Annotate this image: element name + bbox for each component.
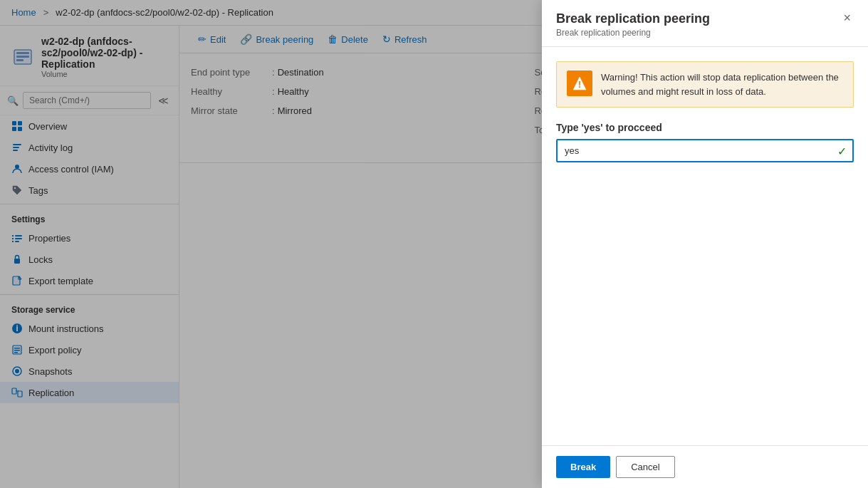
panel-body: ! Warning! This action will stop data re…: [542, 47, 868, 445]
break-replication-panel: Break replication peering Break replicat…: [542, 0, 868, 488]
panel-subtitle: Break replication peering: [556, 28, 710, 38]
panel-close-button[interactable]: ×: [840, 11, 854, 24]
svg-text:!: !: [578, 79, 581, 90]
panel-title: Break replication peering: [556, 11, 710, 26]
cancel-button[interactable]: Cancel: [616, 456, 674, 478]
break-button[interactable]: Break: [556, 456, 610, 478]
confirm-label: Type 'yes' to procceed: [556, 122, 854, 133]
panel-footer: Break Cancel: [542, 445, 868, 488]
warning-box: ! Warning! This action will stop data re…: [556, 61, 854, 108]
warning-text: Warning! This action will stop data repl…: [601, 71, 843, 98]
panel-title-group: Break replication peering Break replicat…: [556, 11, 710, 38]
warning-icon: !: [567, 71, 592, 96]
panel-header: Break replication peering Break replicat…: [542, 0, 868, 47]
confirm-check-icon: ✓: [837, 144, 847, 157]
confirm-input-wrapper: ✓: [556, 139, 854, 162]
confirm-input[interactable]: [556, 139, 854, 162]
